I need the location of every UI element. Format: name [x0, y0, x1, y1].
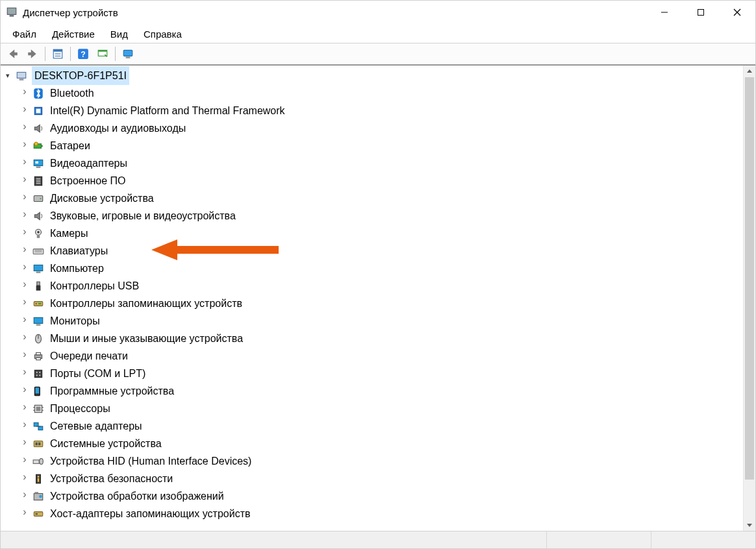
chevron-right-icon[interactable] — [20, 330, 29, 347]
tree-item[interactable]: Очереди печати — [20, 347, 743, 365]
chevron-right-icon[interactable] — [20, 207, 29, 225]
menu-help[interactable]: Справка — [136, 27, 190, 42]
tree-item-label: Дисковые устройства — [49, 189, 155, 207]
port-icon — [32, 367, 45, 380]
chevron-right-icon[interactable] — [20, 154, 29, 172]
display-adapter-icon — [32, 157, 45, 170]
chevron-right-icon[interactable] — [20, 260, 29, 277]
help-button[interactable]: ? — [73, 44, 93, 64]
chevron-right-icon[interactable] — [20, 505, 29, 522]
toolbar: ? — [1, 43, 755, 65]
close-button[interactable] — [719, 1, 755, 24]
chevron-down-icon[interactable] — [3, 67, 12, 84]
scroll-down-button[interactable] — [744, 519, 755, 531]
svg-rect-31 — [34, 195, 43, 201]
tree-item[interactable]: Мониторы — [20, 312, 743, 330]
status-cell — [1, 531, 546, 548]
chevron-right-icon[interactable] — [20, 347, 29, 365]
tree-item-label: Звуковые, игровые и видеоустройства — [49, 207, 237, 225]
tree-item[interactable]: Встроенное ПО — [20, 172, 743, 189]
tree-item[interactable]: Контроллеры USB — [20, 277, 743, 295]
chevron-right-icon[interactable] — [20, 84, 29, 102]
menu-action[interactable]: Действие — [44, 27, 103, 42]
tree-item[interactable]: Bluetooth — [20, 84, 743, 102]
hid-icon — [32, 455, 45, 468]
svg-rect-1 — [10, 14, 14, 16]
chevron-right-icon[interactable] — [20, 189, 29, 207]
tree-root[interactable]: DESKTOP-6F1P51I — [3, 67, 743, 84]
tree-item-label: Устройства обработки изображений — [49, 487, 225, 505]
minimize-button[interactable] — [646, 1, 683, 24]
tree-item[interactable]: Хост-адаптеры запоминающих устройств — [20, 505, 743, 522]
tree-item[interactable]: Камеры — [20, 225, 743, 242]
device-tree[interactable]: DESKTOP-6F1P51I BluetoothIntel(R) Dynami… — [1, 66, 743, 531]
show-hidden-button[interactable] — [118, 44, 138, 64]
tree-item[interactable]: Системные устройства — [20, 435, 743, 452]
tree-item[interactable]: Порты (COM и LPT) — [20, 365, 743, 382]
keyboard-icon — [32, 245, 45, 258]
tree-item[interactable]: Аудиовходы и аудиовыходы — [20, 119, 743, 137]
status-cell — [651, 531, 755, 548]
chevron-right-icon[interactable] — [20, 225, 29, 242]
chevron-right-icon[interactable] — [20, 295, 29, 312]
tree-item-label: Видеоадаптеры — [49, 154, 129, 172]
tree-item[interactable]: Видеоадаптеры — [20, 154, 743, 172]
tree-item[interactable]: Процессоры — [20, 400, 743, 417]
tree-item[interactable]: Устройства HID (Human Interface Devices) — [20, 452, 743, 470]
chevron-right-icon[interactable] — [20, 365, 29, 382]
chevron-right-icon[interactable] — [20, 452, 29, 470]
chevron-right-icon[interactable] — [20, 382, 29, 400]
tree-item[interactable]: Intel(R) Dynamic Platform and Thermal Fr… — [20, 102, 743, 119]
tree-item[interactable]: Устройства безопасности — [20, 470, 743, 487]
tree-item-label: Устройства HID (Human Interface Devices) — [49, 452, 253, 470]
software-device-icon — [32, 385, 45, 398]
tree-item[interactable]: Сетевые адаптеры — [20, 417, 743, 435]
tree-item[interactable]: Устройства обработки изображений — [20, 487, 743, 505]
back-button[interactable] — [3, 44, 23, 64]
tree-item[interactable]: Компьютер — [20, 260, 743, 277]
chevron-right-icon[interactable] — [20, 119, 29, 137]
svg-rect-67 — [38, 426, 43, 430]
scroll-thumb[interactable] — [745, 77, 754, 480]
vertical-scrollbar[interactable] — [743, 66, 755, 531]
chevron-right-icon[interactable] — [20, 487, 29, 505]
svg-rect-25 — [36, 166, 41, 167]
tree-children: BluetoothIntel(R) Dynamic Platform and T… — [20, 84, 743, 522]
chevron-right-icon[interactable] — [20, 242, 29, 260]
chevron-right-icon[interactable] — [20, 470, 29, 487]
chevron-right-icon[interactable] — [20, 102, 29, 119]
chevron-right-icon[interactable] — [20, 400, 29, 417]
forward-button[interactable] — [23, 44, 42, 64]
app-icon — [6, 6, 18, 18]
tree-item[interactable]: Дисковые устройства — [20, 189, 743, 207]
svg-rect-39 — [34, 265, 43, 271]
chevron-right-icon[interactable] — [20, 137, 29, 154]
mouse-icon — [32, 332, 45, 345]
chevron-right-icon[interactable] — [20, 435, 29, 452]
svg-rect-15 — [126, 57, 131, 58]
tree-item-label: Батареи — [49, 137, 92, 154]
chevron-right-icon[interactable] — [20, 277, 29, 295]
tree-item[interactable]: Звуковые, игровые и видеоустройства — [20, 207, 743, 225]
tree-item[interactable]: Мыши и иные указывающие устройства — [20, 330, 743, 347]
security-icon — [32, 472, 45, 485]
tree-item[interactable]: Контроллеры запоминающих устройств — [20, 295, 743, 312]
tree-item[interactable]: Клавиатуры — [20, 242, 743, 260]
root-label: DESKTOP-6F1P51I — [32, 66, 129, 85]
chevron-right-icon[interactable] — [20, 312, 29, 330]
tree-item[interactable]: Батареи — [20, 137, 743, 154]
menu-view[interactable]: Вид — [103, 27, 136, 42]
scroll-track[interactable] — [744, 77, 755, 519]
battery-icon — [32, 140, 45, 152]
svg-point-75 — [38, 476, 40, 478]
chevron-right-icon[interactable] — [20, 417, 29, 435]
menu-file[interactable]: Файл — [5, 27, 44, 42]
maximize-button[interactable] — [683, 1, 719, 24]
chevron-right-icon[interactable] — [20, 172, 29, 189]
scan-hardware-button[interactable] — [93, 44, 112, 64]
tree-item[interactable]: Программные устройства — [20, 382, 743, 400]
toolbar-separator — [115, 47, 116, 61]
scroll-up-button[interactable] — [744, 66, 755, 77]
properties-button[interactable] — [48, 44, 68, 64]
toolbar-separator — [70, 47, 71, 61]
